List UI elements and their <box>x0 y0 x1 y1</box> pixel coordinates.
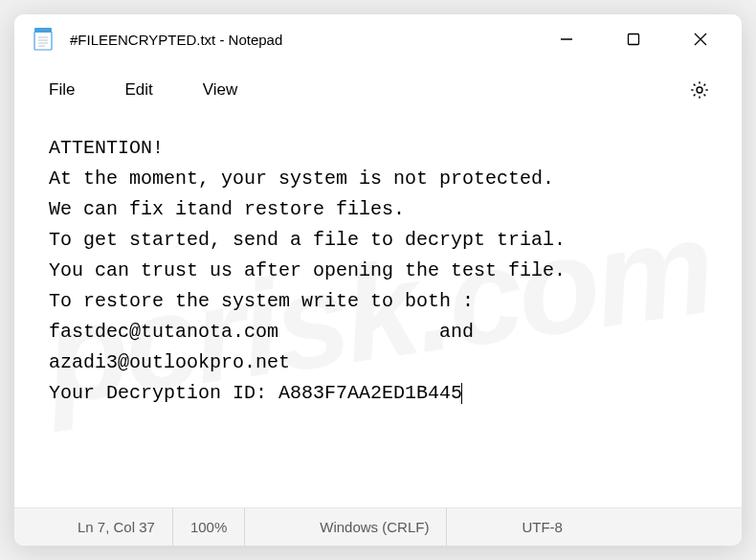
text-caret <box>461 383 462 404</box>
svg-point-10 <box>697 87 702 93</box>
text-content: ATTENTION! At the moment, your system is… <box>49 137 566 404</box>
text-editor[interactable]: ATTENTION! At the moment, your system is… <box>14 116 742 507</box>
window-controls <box>545 20 723 58</box>
settings-button[interactable] <box>680 71 719 109</box>
status-position: Ln 7, Col 37 <box>14 508 173 546</box>
titlebar: #FILEENCRYPTED.txt - Notepad <box>14 14 742 64</box>
menubar: File Edit View <box>14 64 742 116</box>
status-zoom[interactable]: 100% <box>173 508 245 546</box>
svg-rect-1 <box>34 28 52 33</box>
maximize-button[interactable] <box>611 20 656 58</box>
status-encoding: UTF-8 <box>447 508 609 546</box>
window-title: #FILEENCRYPTED.txt - Notepad <box>70 32 545 48</box>
close-button[interactable] <box>678 20 723 58</box>
svg-rect-7 <box>629 34 639 45</box>
menu-file[interactable]: File <box>28 73 96 107</box>
notepad-window: #FILEENCRYPTED.txt - Notepad File Edit V… <box>14 14 742 546</box>
minimize-button[interactable] <box>545 20 589 58</box>
content-area: pcrisk.com ATTENTION! At the moment, you… <box>14 116 742 507</box>
menu-view[interactable]: View <box>182 73 259 107</box>
notepad-icon <box>32 28 55 51</box>
menu-edit[interactable]: Edit <box>103 73 173 107</box>
status-line-ending: Windows (CRLF) <box>245 508 447 546</box>
statusbar: Ln 7, Col 37 100% Windows (CRLF) UTF-8 <box>14 507 742 546</box>
